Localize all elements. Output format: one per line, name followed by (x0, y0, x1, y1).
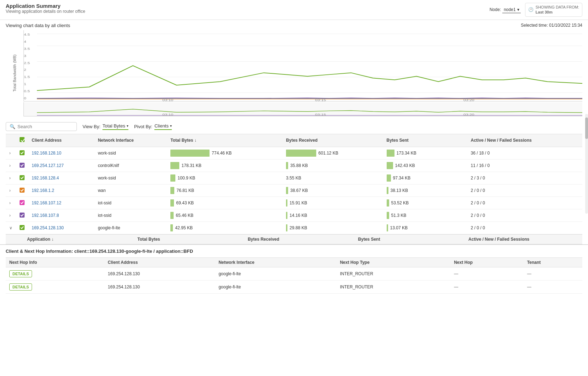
data-table: Client Address Network Interface Total B… (6, 134, 582, 234)
table-header-row: Client Address Network Interface Total B… (6, 134, 582, 147)
app-header: Application Summary Viewing application … (0, 0, 588, 20)
svg-text:03:15: 03:15 (315, 98, 326, 101)
client-address: 169.254.127.127 (28, 159, 94, 172)
selected-time: Selected time: 01/10/2022 15:34 (521, 23, 582, 28)
client-address: 192.168.128.4 (28, 172, 94, 184)
bytes-received-cell: 601.12 KB (282, 147, 383, 159)
col-checkbox (16, 134, 28, 147)
clock-icon: 🕐 (528, 7, 534, 12)
checkbox-cell[interactable] (16, 209, 28, 221)
svg-text:03:10: 03:10 (162, 98, 173, 101)
checkbox-cell[interactable] (16, 197, 28, 209)
table-row: ∨ 169.254.128.130 google-fi-lte 42.95 KB… (6, 221, 582, 234)
network-interface: wan (94, 184, 167, 197)
search-icon: 🔍 (10, 124, 15, 129)
col-network-interface[interactable]: Network Interface (94, 134, 167, 147)
main-chart[interactable]: 4.5 4 3.5 3 2.5 2 1.5 1 0.5 0 (23, 30, 582, 101)
pivot-by-label: Pivot By: (134, 124, 152, 129)
nh-network-interface: google-fi-lte (215, 280, 336, 293)
svg-text:0: 0 (24, 96, 26, 100)
sub-col-recv: Bytes Received (248, 237, 358, 242)
scrollbar[interactable] (585, 114, 588, 214)
nh-next-hop: — (450, 267, 523, 280)
next-hop-table: Next Hop Info Client Address Network Int… (6, 257, 582, 294)
minimap-chart[interactable]: 03:10 03:15 03:20 (23, 102, 582, 116)
sub-col-total-bytes: Total Bytes (137, 237, 248, 242)
sessions-cell: 2 / 0 / 0 (467, 209, 582, 221)
svg-text:03:20: 03:20 (463, 113, 475, 116)
checkbox-cell[interactable] (16, 221, 28, 234)
total-bytes-cell: 100.9 KB (167, 172, 282, 184)
node-dropdown[interactable]: node1 ▾ (502, 6, 520, 13)
expand-cell[interactable]: › (6, 184, 16, 197)
sessions-cell: 2 / 3 / 0 (467, 172, 582, 184)
chart-section: Viewing chart data by all clients Select… (0, 20, 588, 119)
expand-cell[interactable]: › (6, 172, 16, 184)
col-sessions[interactable]: Active / New / Failed Sessions (467, 134, 582, 147)
next-hop-table-body: DETAILS 169.254.128.130 google-fi-lte IN… (6, 267, 582, 293)
bytes-sent-cell: 53.52 KB (383, 197, 467, 209)
details-cell[interactable]: DETAILS (6, 280, 104, 293)
checkbox-cell[interactable] (16, 172, 28, 184)
chart-header: Viewing chart data by all clients Select… (6, 23, 582, 28)
total-bytes-cell: 774.46 KB (167, 147, 282, 159)
node-value: node1 (504, 7, 515, 12)
chevron-down-icon: ▾ (170, 124, 172, 128)
table-body: › 192.168.128.10 work-ssid 774.46 KB 601… (6, 147, 582, 234)
svg-text:03:10: 03:10 (162, 113, 173, 116)
view-by-label: View By: (83, 124, 100, 129)
details-cell[interactable]: DETAILS (6, 267, 104, 280)
col-client-address[interactable]: Client Address (28, 134, 94, 147)
svg-text:2.5: 2.5 (24, 61, 30, 64)
next-hop-row: DETAILS 169.254.128.130 google-fi-lte IN… (6, 280, 582, 293)
pivot-by-dropdown[interactable]: Clients ▾ (154, 123, 172, 130)
expand-cell[interactable]: › (6, 159, 16, 172)
network-interface: work-ssid (94, 172, 167, 184)
svg-text:3: 3 (24, 53, 26, 57)
nh-hop-type: INTER_ROUTER (337, 267, 450, 280)
col-bytes-received[interactable]: Bytes Received (282, 134, 383, 147)
next-hop-header-row: Next Hop Info Client Address Network Int… (6, 257, 582, 267)
sort-icon: ↓ (194, 138, 196, 143)
checkbox-cell[interactable] (16, 184, 28, 197)
bytes-sent-cell: 97.34 KB (383, 172, 467, 184)
node-selector: Node: node1 ▾ (489, 6, 520, 13)
table-row: › 192.168.1.2 wan 76.81 KB 38.67 KB (6, 184, 582, 197)
search-input[interactable] (17, 124, 73, 129)
controls-bar: 🔍 View By: Total Bytes ▾ Pivot By: Clien… (0, 119, 588, 134)
next-hop-row: DETAILS 169.254.128.130 google-fi-lte IN… (6, 267, 582, 280)
expand-cell[interactable]: ∨ (6, 221, 16, 234)
view-by-dropdown[interactable]: Total Bytes ▾ (102, 123, 128, 130)
details-button[interactable]: DETAILS (9, 283, 32, 291)
data-table-section: Client Address Network Interface Total B… (0, 134, 588, 244)
bytes-received-cell: 14.16 KB (282, 209, 383, 221)
table-row: › 192.168.107.12 iot-ssid 69.43 KB 15.91… (6, 197, 582, 209)
network-interface: google-fi-lte (94, 221, 167, 234)
expand-cell[interactable]: › (6, 197, 16, 209)
expand-cell[interactable]: › (6, 209, 16, 221)
sessions-cell: 2 / 0 / 0 (467, 197, 582, 209)
checkbox-cell[interactable] (16, 147, 28, 159)
details-button[interactable]: DETAILS (9, 270, 32, 277)
header-left: Application Summary Viewing application … (6, 3, 85, 14)
expand-cell[interactable]: › (6, 147, 16, 159)
node-label: Node: (489, 7, 501, 12)
checkbox-cell[interactable] (16, 159, 28, 172)
sessions-cell: 2 / 0 / 0 (467, 184, 582, 197)
svg-text:03:15: 03:15 (315, 113, 326, 116)
pivot-by-group: Pivot By: Clients ▾ (134, 123, 172, 130)
total-bytes-cell: 42.95 KB (167, 221, 282, 234)
bytes-sent-cell: 142.43 KB (383, 159, 467, 172)
total-bytes-cell: 76.81 KB (167, 184, 282, 197)
bytes-received-cell: 15.91 KB (282, 197, 383, 209)
bottom-panel: Client & Next Hop Information: client::1… (0, 244, 588, 297)
nh-hop-type: INTER_ROUTER (337, 280, 450, 293)
search-box[interactable]: 🔍 (6, 122, 77, 131)
table-row: › 192.168.107.8 iot-ssid 65.46 KB 14.16 … (6, 209, 582, 221)
scrollbar-thumb[interactable] (585, 118, 588, 139)
col-total-bytes[interactable]: Total Bytes ↓ (167, 134, 282, 147)
view-by-group: View By: Total Bytes ▾ (83, 123, 128, 130)
col-bytes-sent[interactable]: Bytes Sent (383, 134, 467, 147)
bytes-sent-cell: 51.3 KB (383, 209, 467, 221)
select-all-checkbox[interactable] (20, 137, 25, 142)
